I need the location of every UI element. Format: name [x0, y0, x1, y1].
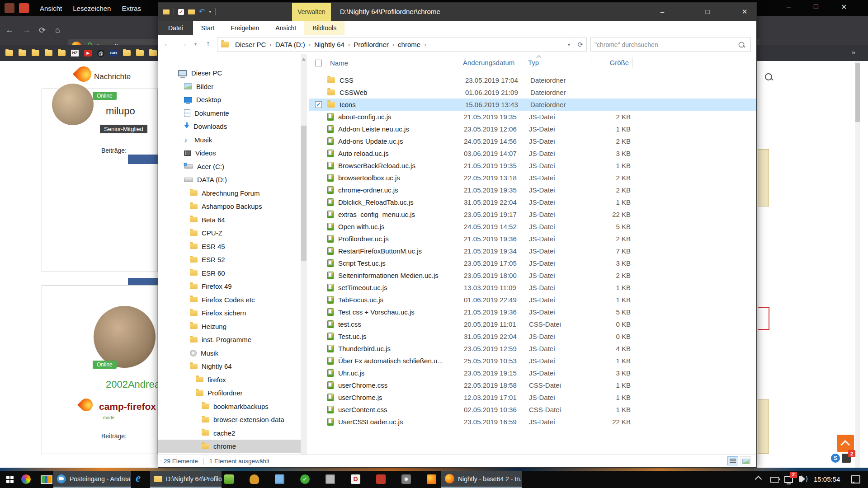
- firefox-close-button[interactable]: ✕: [841, 3, 847, 11]
- tree-item-esr-45[interactable]: ESR 45: [158, 240, 301, 253]
- file-row[interactable]: Test css + Vorschau.uc.js21.05.2019 19:3…: [309, 306, 756, 318]
- tree-item-browser-extension-data[interactable]: browser-extension-data: [158, 413, 301, 427]
- scrollbar-thumb[interactable]: [301, 126, 307, 261]
- tab-freigeben[interactable]: Freigeben: [222, 21, 267, 35]
- speaker-icon[interactable]: [326, 474, 335, 484]
- menu-ansicht[interactable]: Ansicht: [40, 5, 62, 12]
- username[interactable]: milupo: [106, 105, 135, 117]
- file-row[interactable]: BrowserBackReload.uc.js21.05.2019 19:35J…: [309, 160, 756, 172]
- tree-item-nightly-64[interactable]: Nightly 64: [158, 360, 301, 373]
- breadcrumb-item[interactable]: Nightly 64: [312, 41, 346, 48]
- explorer-titlebar[interactable]: ✓ ↶ ▾ Verwalten D:\Nightly 64\Profilordn…: [158, 3, 756, 21]
- file-row[interactable]: TabFocus.uc.js01.06.2019 22:49JS-Datei1 …: [309, 294, 756, 306]
- new-folder-icon[interactable]: [188, 9, 195, 14]
- file-row[interactable]: extras_config_menu.uc.js23.05.2019 19:17…: [309, 208, 756, 221]
- tree-item-esr-52[interactable]: ESR 52: [158, 253, 301, 267]
- tab-datei[interactable]: Datei: [158, 21, 193, 35]
- column-header-name[interactable]: Name: [322, 59, 460, 67]
- tree-item-downloads[interactable]: Downloads: [158, 120, 301, 133]
- audio-icon[interactable]: [401, 474, 411, 484]
- action-center-icon[interactable]: [851, 475, 860, 483]
- page-scrollbar[interactable]: [855, 61, 860, 468]
- bookmark-folder-icon[interactable]: [45, 50, 52, 56]
- file-row[interactable]: browsertoolbox.uc.js22.05.2019 13:18JS-D…: [309, 172, 756, 184]
- bookmark-folder-icon[interactable]: [136, 50, 144, 56]
- tree-item-cache2[interactable]: cache2: [158, 427, 301, 440]
- address-bar[interactable]: Dieser PC›DATA (D:)›Nightly 64›Profilord…: [217, 38, 574, 52]
- breadcrumb-item[interactable]: chrome: [396, 41, 422, 48]
- breadcrumb-item[interactable]: Profilordner: [352, 41, 391, 48]
- photo-app-icon[interactable]: [21, 474, 31, 484]
- search-box[interactable]: "chrome" durchsuchen: [590, 38, 751, 52]
- battery-icon[interactable]: [770, 477, 779, 483]
- breadcrumb-item[interactable]: DATA (D:): [274, 41, 307, 48]
- folder-icon[interactable]: [163, 9, 170, 14]
- maximize-button[interactable]: □: [696, 3, 719, 21]
- tree-item-acer-c-[interactable]: Acer (C:): [158, 160, 301, 174]
- tab-bildtools[interactable]: Bildtools: [304, 21, 344, 35]
- file-row[interactable]: about-config.uc.js21.05.2019 19:35JS-Dat…: [309, 111, 756, 123]
- tree-item-abrechnung-forum[interactable]: Abrechnung Forum: [158, 187, 301, 200]
- tree-item-firefox-codes-etc[interactable]: Firefox Codes etc: [158, 293, 301, 307]
- orange-cut-icon[interactable]: [427, 474, 436, 484]
- file-row[interactable]: Add-ons Update.uc.js24.05.2019 14:56JS-D…: [309, 135, 756, 147]
- select-all-checkbox[interactable]: [315, 60, 322, 66]
- tree-item-inst-programme[interactable]: inst. Programme: [158, 333, 301, 347]
- tree-item-data-d-[interactable]: DATA (D:): [158, 173, 301, 187]
- firefox-maximize-button[interactable]: □: [814, 3, 818, 11]
- tree-item-cpu-z[interactable]: CPU-Z: [158, 226, 301, 240]
- scroll-up-icon[interactable]: [302, 56, 306, 61]
- tree-item-ashampoo-backups[interactable]: Ashampoo Backups: [158, 200, 301, 213]
- taskbar-button-nightly[interactable]: Nightly - base64 2 - In...: [441, 471, 522, 488]
- file-row[interactable]: CSS23.05.2019 17:04Dateiordner: [309, 74, 756, 86]
- avatar[interactable]: [52, 84, 94, 125]
- file-row[interactable]: chrome-ordner.uc.js21.05.2019 19:35JS-Da…: [309, 184, 756, 196]
- menu-extras[interactable]: Extras: [122, 5, 141, 12]
- app-icon[interactable]: [5, 3, 14, 13]
- start-button[interactable]: [6, 476, 9, 479]
- file-row[interactable]: ✓Icons15.06.2019 13:43Dateiordner: [309, 99, 756, 111]
- row-checkbox[interactable]: ✓: [315, 101, 322, 108]
- tree-item-bilder[interactable]: Bilder: [158, 80, 301, 94]
- presentation-app-icon[interactable]: [41, 475, 52, 484]
- tree-item-dieser-pc[interactable]: Dieser PC: [158, 66, 301, 80]
- file-row[interactable]: userChrome.js12.03.2019 17:01JS-Datei1 K…: [309, 391, 756, 404]
- tree-item-esr-60[interactable]: ESR 60: [158, 267, 301, 280]
- search-icon[interactable]: [739, 42, 745, 47]
- file-row[interactable]: Test.uc.js31.05.2019 22:04JS-Datei0 KB: [309, 330, 756, 343]
- yt-bookmark-icon[interactable]: ▶: [84, 50, 92, 56]
- bookmark-folder-icon[interactable]: [58, 50, 66, 56]
- manage-contextual-tab[interactable]: Verwalten: [292, 3, 331, 21]
- tree-item-firefox[interactable]: firefox: [158, 373, 301, 387]
- taskbar-button-explorer[interactable]: D:\Nightly 64\Profilor...: [150, 471, 222, 488]
- tree-item-heizung[interactable]: Heizung: [158, 320, 301, 333]
- bookmark-folder-icon[interactable]: [149, 50, 157, 56]
- properties-icon[interactable]: ✓: [178, 9, 184, 15]
- forward-icon[interactable]: →: [23, 25, 31, 35]
- scrollbar-thumb[interactable]: [855, 63, 860, 122]
- file-row[interactable]: test.css20.05.2019 11:01CSS-Datei0 KB: [309, 318, 756, 330]
- file-row[interactable]: Add-on Leiste neu.uc.js23.05.2019 12:06J…: [309, 123, 756, 135]
- tree-scrollbar[interactable]: [301, 54, 307, 455]
- volume-icon[interactable]: [799, 476, 802, 482]
- tray-chevron-up-icon[interactable]: [755, 476, 762, 483]
- tree-item-videos[interactable]: Videos: [158, 146, 301, 160]
- tree-item-desktop[interactable]: Desktop: [158, 93, 301, 107]
- avatar[interactable]: [94, 306, 156, 368]
- tree-item-musik[interactable]: Musik: [158, 347, 301, 360]
- tab-ansicht[interactable]: Ansicht: [267, 21, 304, 35]
- app-icon-red[interactable]: [19, 3, 29, 13]
- bookmark-folder-icon[interactable]: [19, 50, 26, 56]
- home-icon[interactable]: ⌂: [55, 25, 60, 35]
- s-app-icon[interactable]: S: [831, 454, 840, 463]
- bookmark-folder-icon[interactable]: [32, 50, 39, 56]
- taskbar-button-thunderbird[interactable]: Posteingang - Andrea...: [53, 471, 131, 488]
- file-row[interactable]: UserCSSLoader.uc.js23.05.2019 16:59JS-Da…: [309, 416, 756, 428]
- green-script-icon[interactable]: [224, 474, 234, 484]
- back-icon[interactable]: ←: [164, 40, 171, 48]
- tree-item-dokumente[interactable]: Dokumente: [158, 107, 301, 120]
- file-row[interactable]: Auto reload.uc.js03.06.2019 14:07JS-Date…: [309, 147, 756, 160]
- file-row[interactable]: Profilordner.uc.js21.05.2019 19:36JS-Dat…: [309, 233, 756, 245]
- key-icon[interactable]: [250, 474, 259, 484]
- recent-locations-icon[interactable]: ▾: [194, 42, 197, 47]
